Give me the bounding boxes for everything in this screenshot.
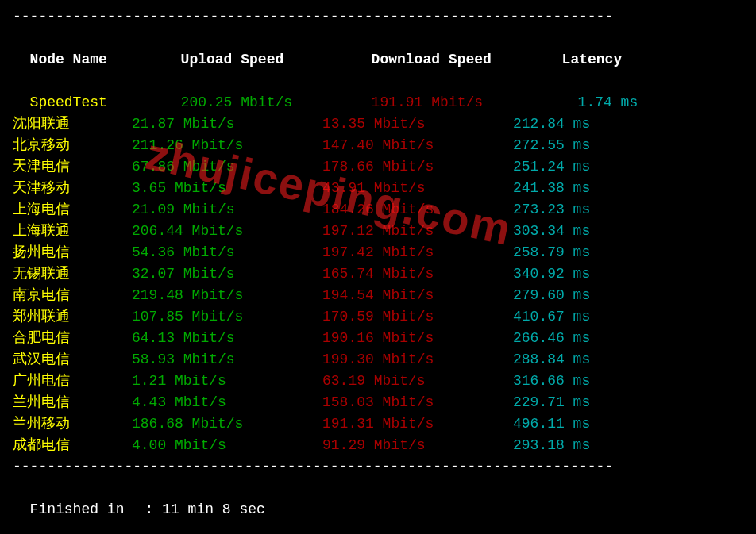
upload-speed: 4.00 Mbit/s bbox=[132, 435, 322, 456]
download-speed: 199.30 Mbit/s bbox=[322, 349, 513, 371]
latency: 303.34 ms bbox=[513, 221, 590, 242]
table-row: 成都电信4.00 Mbit/s91.29 Mbit/s293.18 ms bbox=[13, 435, 743, 456]
upload-speed: 1.21 Mbit/s bbox=[132, 371, 322, 392]
header-latency: Latency bbox=[562, 49, 623, 71]
latency: 496.11 ms bbox=[513, 413, 590, 435]
download-speed: 13.35 Mbit/s bbox=[322, 113, 513, 135]
latency: 251.24 ms bbox=[513, 156, 590, 178]
latency: 229.71 ms bbox=[513, 392, 590, 413]
table-row: 上海电信21.09 Mbit/s184.26 Mbit/s273.23 ms bbox=[13, 199, 743, 221]
speedtest-node: SpeedTest bbox=[30, 92, 149, 113]
speedtest-latency: 1.74 ms bbox=[562, 92, 638, 113]
latency: 241.38 ms bbox=[513, 178, 590, 199]
node-name: 扬州电信 bbox=[13, 242, 132, 263]
finished-value: 11 min 8 sec bbox=[162, 501, 265, 517]
latency: 279.60 ms bbox=[513, 285, 590, 306]
download-speed: 63.19 Mbit/s bbox=[322, 371, 513, 392]
latency: 288.84 ms bbox=[513, 349, 590, 371]
download-speed: 190.16 Mbit/s bbox=[322, 328, 513, 349]
upload-speed: 58.93 Mbit/s bbox=[132, 349, 322, 371]
download-speed: 194.54 Mbit/s bbox=[322, 285, 513, 306]
download-speed: 165.74 Mbit/s bbox=[322, 263, 513, 285]
download-speed: 43.91 Mbit/s bbox=[322, 178, 513, 199]
colon: : bbox=[145, 501, 163, 517]
latency: 273.23 ms bbox=[513, 199, 590, 221]
node-name: 武汉电信 bbox=[13, 349, 132, 371]
table-row: 兰州移动186.68 Mbit/s191.31 Mbit/s496.11 ms bbox=[13, 413, 743, 435]
table-row: 扬州电信54.36 Mbit/s197.42 Mbit/s258.79 ms bbox=[13, 242, 743, 263]
speedtest-download: 191.91 Mbit/s bbox=[372, 92, 562, 113]
upload-speed: 32.07 Mbit/s bbox=[132, 263, 322, 285]
latency: 266.46 ms bbox=[513, 328, 590, 349]
table-row: 天津移动3.65 Mbit/s43.91 Mbit/s241.38 ms bbox=[13, 178, 743, 199]
upload-speed: 206.44 Mbit/s bbox=[132, 221, 322, 242]
download-speed: 91.29 Mbit/s bbox=[322, 435, 513, 456]
node-name: 天津移动 bbox=[13, 178, 132, 199]
node-name: 兰州移动 bbox=[13, 413, 132, 435]
header-node: Node Name bbox=[30, 49, 149, 71]
node-name: 上海电信 bbox=[13, 199, 132, 221]
upload-speed: 107.85 Mbit/s bbox=[132, 306, 322, 328]
node-name: 兰州电信 bbox=[13, 392, 132, 413]
upload-speed: 211.26 Mbit/s bbox=[132, 135, 322, 156]
upload-speed: 3.65 Mbit/s bbox=[132, 178, 322, 199]
node-name: 南京电信 bbox=[13, 285, 132, 306]
header-row: Node NameUpload SpeedDownload SpeedLaten… bbox=[13, 28, 743, 71]
latency: 410.67 ms bbox=[513, 306, 590, 328]
table-row: 合肥电信64.13 Mbit/s190.16 Mbit/s266.46 ms bbox=[13, 328, 743, 349]
speedtest-upload: 200.25 Mbit/s bbox=[149, 92, 372, 113]
table-row: 兰州电信4.43 Mbit/s158.03 Mbit/s229.71 ms bbox=[13, 392, 743, 413]
table-row: 天津电信67.86 Mbit/s178.66 Mbit/s251.24 ms bbox=[13, 156, 743, 178]
node-name: 沈阳联通 bbox=[13, 113, 132, 135]
node-name: 上海联通 bbox=[13, 221, 132, 242]
upload-speed: 54.36 Mbit/s bbox=[132, 242, 322, 263]
latency: 212.84 ms bbox=[513, 113, 590, 135]
node-name: 成都电信 bbox=[13, 435, 132, 456]
upload-speed: 186.68 Mbit/s bbox=[132, 413, 322, 435]
timestamp-row: Timestamp: 2023-05-26 22:40:42 GMT+8 bbox=[13, 521, 743, 534]
node-name: 无锡联通 bbox=[13, 263, 132, 285]
header-upload: Upload Speed bbox=[149, 49, 372, 71]
download-speed: 197.42 Mbit/s bbox=[322, 242, 513, 263]
table-row: 北京移动211.26 Mbit/s147.40 Mbit/s272.55 ms bbox=[13, 135, 743, 156]
node-name: 广州电信 bbox=[13, 371, 132, 392]
table-row: 广州电信1.21 Mbit/s63.19 Mbit/s316.66 ms bbox=[13, 371, 743, 392]
upload-speed: 64.13 Mbit/s bbox=[132, 328, 322, 349]
upload-speed: 219.48 Mbit/s bbox=[132, 285, 322, 306]
table-row: 武汉电信58.93 Mbit/s199.30 Mbit/s288.84 ms bbox=[13, 349, 743, 371]
latency: 293.18 ms bbox=[513, 435, 590, 456]
upload-speed: 21.87 Mbit/s bbox=[132, 113, 322, 135]
download-speed: 158.03 Mbit/s bbox=[322, 392, 513, 413]
speedtest-row: SpeedTest200.25 Mbit/s191.91 Mbit/s1.74 … bbox=[13, 71, 743, 113]
node-name: 北京移动 bbox=[13, 135, 132, 156]
upload-speed: 4.43 Mbit/s bbox=[132, 392, 322, 413]
node-name: 合肥电信 bbox=[13, 328, 132, 349]
table-row: 南京电信219.48 Mbit/s194.54 Mbit/s279.60 ms bbox=[13, 285, 743, 306]
upload-speed: 67.86 Mbit/s bbox=[132, 156, 322, 178]
finished-label: Finished in bbox=[30, 499, 145, 521]
bottom-divider: ----------------------------------------… bbox=[13, 456, 743, 478]
latency: 258.79 ms bbox=[513, 242, 590, 263]
download-speed: 170.59 Mbit/s bbox=[322, 306, 513, 328]
node-name: 天津电信 bbox=[13, 156, 132, 178]
download-speed: 147.40 Mbit/s bbox=[322, 135, 513, 156]
node-name: 郑州联通 bbox=[13, 306, 132, 328]
top-divider: ----------------------------------------… bbox=[13, 6, 743, 28]
latency: 340.92 ms bbox=[513, 263, 590, 285]
table-row: 无锡联通32.07 Mbit/s165.74 Mbit/s340.92 ms bbox=[13, 263, 743, 285]
latency: 316.66 ms bbox=[513, 371, 590, 392]
upload-speed: 21.09 Mbit/s bbox=[132, 199, 322, 221]
download-speed: 184.26 Mbit/s bbox=[322, 199, 513, 221]
table-row: 郑州联通107.85 Mbit/s170.59 Mbit/s410.67 ms bbox=[13, 306, 743, 328]
download-speed: 178.66 Mbit/s bbox=[322, 156, 513, 178]
download-speed: 197.12 Mbit/s bbox=[322, 221, 513, 242]
download-speed: 191.31 Mbit/s bbox=[322, 413, 513, 435]
header-download: Download Speed bbox=[372, 49, 562, 71]
table-row: 沈阳联通21.87 Mbit/s13.35 Mbit/s212.84 ms bbox=[13, 113, 743, 135]
finished-row: Finished in: 11 min 8 sec bbox=[13, 478, 743, 521]
latency: 272.55 ms bbox=[513, 135, 590, 156]
table-row: 上海联通206.44 Mbit/s197.12 Mbit/s303.34 ms bbox=[13, 221, 743, 242]
